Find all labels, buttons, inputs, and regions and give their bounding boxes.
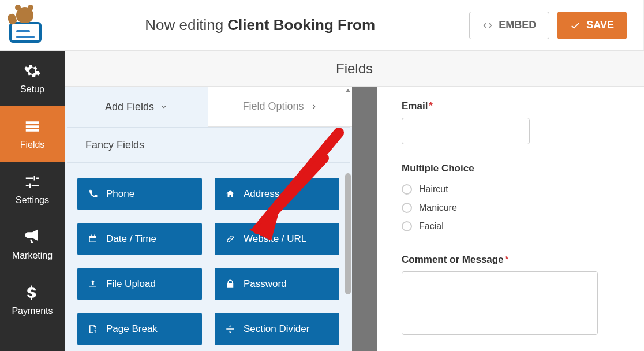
chevron-down-icon bbox=[323, 141, 331, 149]
sidebar-item-marketing[interactable]: Marketing bbox=[0, 217, 65, 272]
fields-panel: Add Fields Field Options Fancy Fields Ph… bbox=[65, 87, 352, 351]
label-email: Email* bbox=[402, 100, 620, 112]
sliders-icon bbox=[24, 173, 41, 191]
radio-option[interactable]: Haircut bbox=[402, 180, 620, 199]
sidebar-label: Fields bbox=[20, 140, 45, 150]
label-comment: Comment or Message* bbox=[402, 254, 620, 266]
phone-icon bbox=[88, 189, 98, 199]
field-file-upload[interactable]: File Upload bbox=[77, 268, 202, 300]
radio-icon bbox=[402, 221, 412, 231]
radio-icon bbox=[402, 184, 412, 195]
form-preview: Email* Multiple Choice Haircut Manicure … bbox=[377, 87, 644, 351]
field-address[interactable]: Address bbox=[215, 178, 339, 210]
list-icon bbox=[24, 118, 41, 135]
code-icon bbox=[482, 20, 493, 31]
bullhorn-icon bbox=[24, 229, 41, 246]
calendar-icon bbox=[88, 234, 98, 244]
panel-divider bbox=[352, 87, 377, 351]
builder-main: Fields Add Fields Field Options Fancy Fi… bbox=[65, 51, 644, 351]
field-page-break[interactable]: Page Break bbox=[77, 313, 202, 345]
sidebar-label: Settings bbox=[16, 195, 49, 206]
tab-add-fields[interactable]: Add Fields bbox=[65, 87, 208, 127]
radio-option[interactable]: Facial bbox=[402, 217, 620, 236]
lock-icon bbox=[225, 279, 235, 289]
wpforms-logo bbox=[0, 0, 51, 51]
field-date-time[interactable]: Date / Time bbox=[77, 223, 202, 255]
sidebar-label: Payments bbox=[12, 306, 53, 316]
field-phone[interactable]: Phone bbox=[77, 178, 202, 210]
link-icon bbox=[225, 234, 235, 244]
field-password[interactable]: Password bbox=[215, 268, 339, 300]
textarea-comment[interactable] bbox=[402, 271, 598, 335]
chevron-right-icon bbox=[310, 103, 318, 111]
embed-button[interactable]: EMBED bbox=[469, 12, 549, 39]
sidebar-label: Marketing bbox=[12, 251, 53, 261]
sidebar-label: Setup bbox=[20, 84, 44, 95]
divider-icon bbox=[225, 324, 235, 334]
builder-sidebar: Setup Fields Settings Marketing Payments bbox=[0, 51, 65, 351]
radio-option[interactable]: Manicure bbox=[402, 199, 620, 217]
editing-form-title: Now editing Client Booking From bbox=[51, 16, 469, 34]
upload-icon bbox=[88, 279, 98, 289]
field-section-divider[interactable]: Section Divider bbox=[215, 313, 339, 345]
gear-icon bbox=[24, 62, 41, 80]
panel-title: Fields bbox=[336, 61, 373, 77]
scroll-thumb[interactable] bbox=[345, 173, 351, 294]
chevron-down-icon bbox=[160, 103, 168, 111]
check-icon bbox=[570, 20, 581, 31]
pagebreak-icon bbox=[88, 324, 98, 334]
builder-header: Now editing Client Booking From EMBED SA… bbox=[0, 0, 644, 51]
panel-title-bar: Fields bbox=[65, 51, 644, 87]
sidebar-item-fields[interactable]: Fields bbox=[0, 106, 65, 162]
field-website-url[interactable]: Website / URL bbox=[215, 223, 339, 255]
scroll-up-arrow[interactable] bbox=[345, 89, 351, 92]
radio-icon bbox=[402, 203, 412, 213]
sidebar-item-settings[interactable]: Settings bbox=[0, 162, 65, 217]
input-email[interactable] bbox=[402, 118, 530, 144]
sidebar-item-setup[interactable]: Setup bbox=[0, 51, 65, 106]
section-fancy-fields[interactable]: Fancy Fields bbox=[67, 127, 350, 163]
save-button[interactable]: SAVE bbox=[557, 12, 627, 39]
panel-scrollbar[interactable] bbox=[344, 87, 352, 351]
dollar-icon bbox=[24, 284, 41, 301]
label-multiple-choice: Multiple Choice bbox=[402, 163, 620, 174]
sidebar-item-payments[interactable]: Payments bbox=[0, 272, 65, 328]
home-icon bbox=[225, 189, 235, 199]
tab-field-options[interactable]: Field Options bbox=[208, 87, 352, 127]
